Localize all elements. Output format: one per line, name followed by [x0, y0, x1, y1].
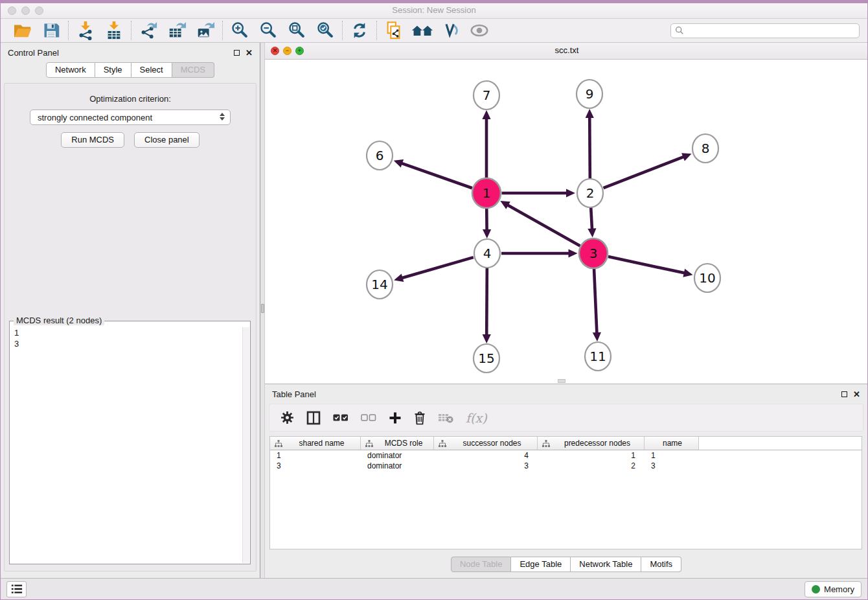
close-panel-button[interactable]: Close panel — [134, 132, 200, 148]
column-header-MCDS-role[interactable]: MCDS role — [361, 437, 434, 450]
export-image-icon[interactable] — [194, 20, 216, 41]
network-resize-grip[interactable] — [558, 379, 565, 383]
float-table-panel-icon[interactable] — [841, 391, 847, 397]
graph-node-4[interactable]: 4 — [474, 239, 500, 268]
graph-edge-3-1[interactable] — [507, 205, 580, 246]
graph-edge-4-14[interactable] — [402, 257, 474, 278]
table-body: 1dominator4113dominator323 — [270, 450, 862, 471]
graph-node-7[interactable]: 7 — [474, 81, 499, 110]
graph-edge-3-11[interactable] — [594, 268, 597, 334]
close-panel-icon[interactable]: ✕ — [246, 49, 253, 57]
unselect-all-icon[interactable] — [361, 410, 376, 426]
graph-edge-2-8[interactable] — [604, 157, 685, 188]
mcds-result-list[interactable]: 13 — [10, 327, 242, 563]
import-network-icon[interactable] — [74, 20, 97, 41]
table-tab-motifs[interactable]: Motifs — [641, 557, 681, 572]
clone-network-icon[interactable] — [383, 20, 405, 41]
table-tab-network-table[interactable]: Network Table — [571, 557, 641, 572]
main-toolbar — [1, 19, 867, 43]
column-header-shared-name[interactable]: shared name — [270, 437, 361, 450]
function-icon[interactable]: f(x) — [466, 410, 487, 426]
graph-node-15[interactable]: 15 — [474, 344, 499, 373]
import-table-icon[interactable] — [103, 20, 125, 41]
network-title: scc.txt — [265, 45, 868, 55]
open-session-icon[interactable] — [12, 20, 34, 41]
app-titlebar: Session: New Session — [1, 3, 867, 19]
criterion-select[interactable]: strongly connected component — [30, 110, 231, 125]
panel-splitter[interactable] — [260, 43, 265, 578]
network-graph[interactable]: 7968124314101511 — [265, 60, 867, 384]
show-hide-icon[interactable] — [468, 20, 490, 41]
add-icon[interactable] — [389, 410, 402, 426]
column-header-successor-nodes[interactable]: successor nodes — [434, 437, 538, 450]
select-all-icon[interactable] — [333, 410, 348, 426]
node-table[interactable]: shared nameMCDS rolesuccessor nodesprede… — [269, 436, 862, 549]
column-header-name[interactable]: name — [645, 437, 699, 450]
tab-select[interactable]: Select — [131, 62, 172, 78]
refresh-icon[interactable] — [348, 20, 371, 41]
table-tab-edge-table[interactable]: Edge Table — [511, 557, 571, 572]
optimization-criterion-label: Optimization criterion: — [5, 94, 256, 104]
graph-edge-2-9[interactable] — [589, 117, 590, 179]
close-table-panel-icon[interactable]: ✕ — [853, 390, 860, 398]
tab-style[interactable]: Style — [95, 62, 131, 78]
graph-node-1[interactable]: 1 — [472, 178, 501, 208]
trash-icon[interactable] — [414, 410, 426, 426]
float-panel-icon[interactable] — [234, 50, 240, 56]
table-panel: Table Panel ✕ — [265, 384, 867, 578]
table-panel-title: Table Panel — [272, 389, 316, 399]
apply-style-icon[interactable] — [440, 20, 462, 41]
graph-node-14[interactable]: 14 — [367, 270, 393, 299]
graph-node-3[interactable]: 3 — [579, 238, 608, 268]
export-table-icon[interactable] — [166, 20, 188, 41]
table-cell: 3 — [434, 461, 538, 470]
node-label: 11 — [589, 349, 606, 364]
control-panel-header: Control Panel ✕ — [1, 43, 260, 62]
criterion-value: strongly connected component — [38, 113, 152, 122]
zoom-fit-icon[interactable] — [286, 20, 308, 41]
table-tab-node-table[interactable]: Node Table — [451, 557, 512, 572]
column-header-predecessor-nodes[interactable]: predecessor nodes — [538, 437, 645, 450]
graph-edge-2-3[interactable] — [591, 207, 592, 230]
task-history-button[interactable] — [6, 581, 27, 597]
table-tabs: Node TableEdge TableNetwork TableMotifs — [265, 557, 867, 572]
chevron-updown-icon — [220, 113, 225, 121]
table-row[interactable]: 1dominator411 — [270, 450, 862, 461]
delete-column-icon[interactable] — [438, 410, 453, 426]
tab-mcds[interactable]: MCDS — [172, 62, 214, 78]
node-label: 9 — [586, 86, 594, 102]
export-network-icon[interactable] — [137, 20, 159, 41]
graph-node-9[interactable]: 9 — [577, 80, 602, 108]
home-layout-icon[interactable] — [411, 20, 433, 41]
zoom-out-icon[interactable] — [257, 20, 279, 41]
graph-node-6[interactable]: 6 — [367, 141, 393, 170]
gear-icon[interactable] — [280, 410, 294, 426]
network-canvas[interactable]: 7968124314101511 — [265, 60, 868, 384]
graph-edge-1-6[interactable] — [401, 163, 472, 189]
graph-node-2[interactable]: 2 — [577, 179, 603, 207]
search-input[interactable] — [670, 23, 860, 38]
zoom-selected-icon[interactable] — [314, 20, 336, 41]
node-label: 2 — [586, 185, 595, 201]
graph-edge-3-10[interactable] — [608, 257, 685, 273]
zoom-in-icon[interactable] — [229, 20, 251, 41]
tab-network[interactable]: Network — [46, 62, 95, 78]
graph-edge-4-15[interactable] — [486, 268, 487, 336]
run-mcds-button[interactable]: Run MCDS — [61, 132, 124, 148]
graph-node-8[interactable]: 8 — [692, 134, 718, 163]
table-cell: 4 — [434, 451, 538, 460]
columns-icon[interactable] — [306, 410, 321, 426]
arrowhead-icon — [483, 334, 491, 343]
table-row[interactable]: 3dominator323 — [270, 461, 862, 471]
save-session-icon[interactable] — [40, 20, 62, 41]
splitter-grip[interactable] — [261, 304, 264, 313]
zoom-group — [223, 20, 342, 41]
arrowhead-icon — [569, 249, 578, 257]
view-group — [377, 20, 496, 41]
graph-node-10[interactable]: 10 — [694, 264, 720, 292]
tree-sort-icon — [275, 440, 282, 447]
result-scrollbar[interactable] — [242, 327, 249, 563]
memory-button[interactable]: Memory — [805, 581, 862, 597]
graph-node-11[interactable]: 11 — [585, 342, 611, 371]
result-line: 3 — [10, 338, 242, 349]
